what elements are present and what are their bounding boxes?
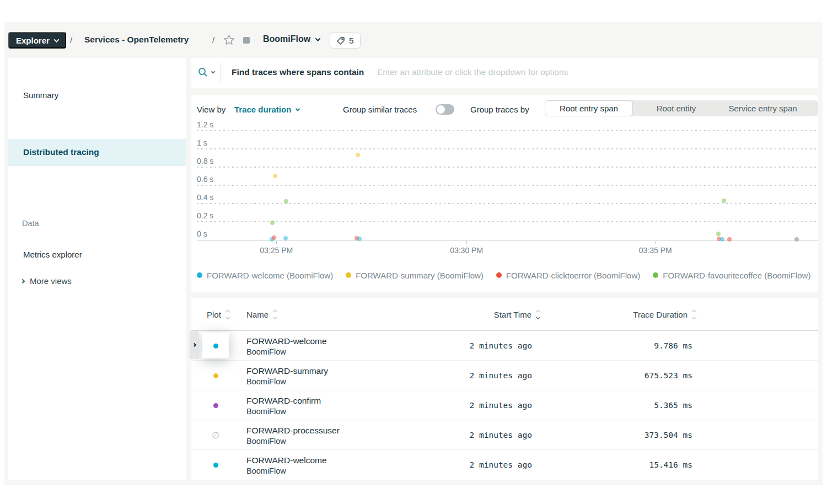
x-axis-label: 03:25 PM xyxy=(260,246,293,255)
sidebar-item-label: Distributed tracing xyxy=(23,147,99,157)
trace-name: FORWARD-summary xyxy=(246,366,328,377)
explorer-menu-button[interactable]: Explorer xyxy=(8,32,66,49)
trace-name: FORWARD-processuser xyxy=(246,425,340,436)
legend-label: FORWARD-summary (BoomiFlow) xyxy=(356,271,484,280)
breadcrumb-separator: / xyxy=(212,35,214,45)
app-window: Explorer / Services - OpenTelemetry / Bo… xyxy=(4,22,823,485)
table-header: Plot Name Start Time Trace Duration xyxy=(191,298,818,331)
column-header-name[interactable]: Name xyxy=(246,298,277,331)
trace-name-cell: FORWARD-welcomeBoomiFlow xyxy=(246,455,327,476)
trace-point-FORWARD-favouritecoffee[interactable] xyxy=(284,199,288,203)
favorite-star-icon[interactable] xyxy=(223,34,235,49)
view-by-label: View by xyxy=(197,105,225,114)
legend-item-FORWARD-clicktoerror[interactable]: FORWARD-clicktoerror (BoomiFlow) xyxy=(496,271,640,280)
chevron-down-icon xyxy=(53,37,59,42)
x-axis: 03:25 PM03:30 PM03:35 PM xyxy=(197,241,818,260)
search-icon xyxy=(197,67,208,78)
breadcrumb: Explorer / Services - OpenTelemetry / Bo… xyxy=(4,22,823,58)
column-label: Start Time xyxy=(494,310,531,319)
toggle-knob xyxy=(437,105,445,114)
trace-point-FORWARD-favouritecoffee[interactable] xyxy=(722,199,726,203)
gridline xyxy=(197,203,818,204)
group-by-option-service-entry-span[interactable]: Service entry span xyxy=(719,100,806,116)
legend-label: FORWARD-clicktoerror (BoomiFlow) xyxy=(506,271,640,280)
trace-name-cell: FORWARD-confirmBoomiFlow xyxy=(246,395,321,417)
search-mode-dropdown[interactable] xyxy=(197,67,214,78)
tags-chip[interactable]: 5 xyxy=(330,33,361,49)
table-row[interactable]: FORWARD-welcomeBoomiFlow2 minutes ago15.… xyxy=(191,450,818,480)
gridline xyxy=(197,221,818,222)
trace-search-input[interactable]: Find traces where spans contain Enter an… xyxy=(191,58,818,88)
sidebar-section-data: Data xyxy=(8,219,186,228)
y-axis-label: 1.2 s xyxy=(197,120,213,129)
table-row[interactable]: FORWARD-summaryBoomiFlow2 minutes ago675… xyxy=(191,361,818,390)
view-by-value: Trace duration xyxy=(234,105,291,114)
column-label: Trace Duration xyxy=(633,310,688,319)
group-by-option-root-entity[interactable]: Root entity xyxy=(633,100,719,116)
trace-point-FORWARD-welcome[interactable] xyxy=(357,237,362,241)
entity-selector[interactable]: BoomiFlow xyxy=(263,34,320,44)
y-axis-label: 1 s xyxy=(197,138,207,147)
legend-item-FORWARD-welcome[interactable]: FORWARD-welcome (BoomiFlow) xyxy=(197,271,333,280)
trace-duration-cell: 9.786 ms xyxy=(550,331,692,361)
expand-row-handle[interactable] xyxy=(190,331,198,358)
trace-name-cell: FORWARD-processuserBoomiFlow xyxy=(246,425,340,447)
trace-point-FORWARD-favouritecoffee[interactable] xyxy=(270,221,275,225)
trace-name-cell: FORWARD-summaryBoomiFlow xyxy=(246,366,328,387)
y-axis-label: 0.6 s xyxy=(197,175,213,184)
x-axis-label: 03:35 PM xyxy=(639,246,672,255)
plot-marker-cell: ∅ xyxy=(205,420,227,450)
chevron-down-icon xyxy=(211,69,215,73)
table-row[interactable]: ∅FORWARD-processuserBoomiFlow2 minutes a… xyxy=(191,420,818,450)
legend-item-FORWARD-favouritecoffee[interactable]: FORWARD-favouritecoffee (BoomiFlow) xyxy=(653,271,810,280)
plot-empty-icon: ∅ xyxy=(212,430,219,441)
entity-name: BoomiFlow xyxy=(263,34,310,44)
search-placeholder: Enter an attribute or click the dropdown… xyxy=(377,67,568,77)
legend-item-FORWARD-summary[interactable]: FORWARD-summary (BoomiFlow) xyxy=(346,271,484,280)
trace-point-FORWARD-clicktoerror[interactable] xyxy=(272,235,276,240)
trace-point-FORWARD-summary[interactable] xyxy=(356,153,360,157)
trace-point-FORWARD-favouritecoffee[interactable] xyxy=(716,232,721,236)
trace-point-FORWARD-summary[interactable] xyxy=(273,174,277,178)
start-time-cell: 2 minutes ago xyxy=(412,420,532,450)
table-row[interactable]: FORWARD-welcomeBoomiFlow2 minutes ago9.7… xyxy=(191,331,818,361)
sidebar-more-views[interactable]: More views xyxy=(21,276,72,286)
trace-name: FORWARD-confirm xyxy=(246,395,321,406)
plot-marker-cell xyxy=(205,450,227,480)
trace-point-FORWARD-welcome[interactable] xyxy=(283,236,288,240)
trace-chart-panel: View by Trace duration Group similar tra… xyxy=(191,95,818,292)
legend-dot xyxy=(496,272,502,278)
group-by-segmented-control: Root entry spanRoot entityService entry … xyxy=(545,100,818,116)
table-row[interactable]: FORWARD-confirmBoomiFlow2 minutes ago5.3… xyxy=(191,390,818,420)
explorer-label: Explorer xyxy=(16,36,50,45)
y-axis-label: 0 s xyxy=(197,229,207,238)
x-axis-tick xyxy=(276,241,277,244)
sidebar-item-summary[interactable]: Summary xyxy=(8,90,186,100)
main-content: Find traces where spans contain Enter an… xyxy=(191,58,823,485)
x-axis-label: 03:30 PM xyxy=(450,246,483,255)
column-header-plot[interactable]: Plot xyxy=(207,298,229,331)
chevron-down-icon xyxy=(296,106,300,111)
gridline xyxy=(197,148,818,149)
sort-icon xyxy=(226,310,229,319)
x-axis-tick xyxy=(656,241,656,244)
plot-dot xyxy=(213,373,218,378)
sidebar-item-distributed-tracing[interactable]: Distributed tracing xyxy=(8,139,186,166)
trace-duration-cell: 373.504 ms xyxy=(550,420,692,450)
sidebar-item-metrics-explorer[interactable]: Metrics explorer xyxy=(8,250,186,259)
start-time-cell: 2 minutes ago xyxy=(412,450,532,480)
sidebar: Summary Monitor Distributed tracing Data… xyxy=(8,58,186,480)
column-header-trace-duration[interactable]: Trace Duration xyxy=(550,298,696,331)
trace-service: BoomiFlow xyxy=(246,347,327,357)
group-similar-toggle[interactable] xyxy=(436,104,454,115)
group-traces-by-label: Group traces by xyxy=(470,105,529,114)
plot-dot xyxy=(213,463,218,468)
breadcrumb-service[interactable]: Services - OpenTelemetry xyxy=(84,35,189,45)
view-by-dropdown[interactable]: Trace duration xyxy=(234,105,299,114)
gridline xyxy=(197,185,818,186)
y-axis-label: 0.2 s xyxy=(197,211,213,220)
table-body: FORWARD-welcomeBoomiFlow2 minutes ago9.7… xyxy=(191,331,818,480)
column-header-start-time[interactable]: Start Time xyxy=(412,298,540,331)
group-by-option-root-entry-span[interactable]: Root entry span xyxy=(545,100,633,116)
traces-table: Plot Name Start Time Trace Duration xyxy=(191,298,818,480)
